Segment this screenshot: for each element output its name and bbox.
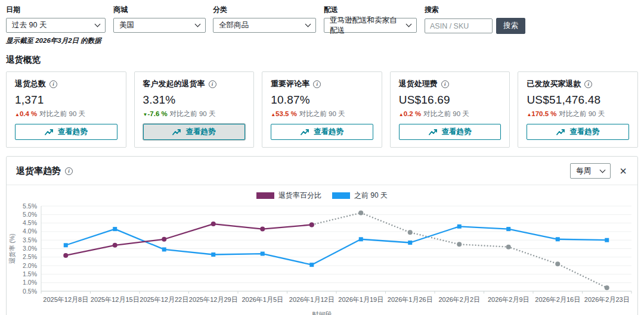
card-change: ▲0.4 % 对比之前 90 天 bbox=[15, 110, 117, 118]
svg-text:1.0%: 1.0% bbox=[23, 279, 37, 286]
svg-text:2026年2月16日: 2026年2月16日 bbox=[535, 296, 580, 303]
svg-text:0.5%: 0.5% bbox=[23, 288, 37, 295]
compare-text: 对比之前 90 天 bbox=[39, 110, 85, 118]
chevron-down-icon bbox=[305, 21, 311, 27]
return-rate-chart: 0.5%1.0%1.5%2.0%2.5%3.0%3.5%4.0%4.5%5.0%… bbox=[7, 201, 636, 307]
change-arrow-icon: ▲ bbox=[15, 112, 20, 117]
card-value: US$16.69 bbox=[399, 93, 501, 107]
trend-panel: 退货率趋势 i 每周 × 退货率百分比 之前 90 天 0 bbox=[6, 156, 638, 315]
card-change: ▲170.5 % 对比之前 90 天 bbox=[527, 110, 629, 118]
svg-text:退货率 (%): 退货率 (%) bbox=[8, 233, 16, 264]
svg-text:3.5%: 3.5% bbox=[23, 236, 37, 244]
chart-area: 0.5%1.0%1.5%2.0%2.5%3.0%3.5%4.0%4.5%5.0%… bbox=[7, 201, 637, 310]
svg-text:2.0%: 2.0% bbox=[23, 262, 37, 269]
svg-text:2025年12月15日: 2025年12月15日 bbox=[91, 296, 140, 303]
card-change: ▲0.2 % 对比之前 90 天 bbox=[399, 110, 501, 118]
category-select[interactable]: 全部商品 bbox=[213, 18, 316, 33]
marketplace-filter-label: 商城 bbox=[113, 5, 206, 15]
marketplace-select[interactable]: 美国 bbox=[113, 18, 206, 33]
card-title: 退货处理费 i bbox=[399, 79, 501, 89]
card-change: ▲53.5 % 对比之前 90 天 bbox=[271, 110, 373, 118]
view-trend-button[interactable]: 查看趋势 bbox=[143, 124, 246, 140]
view-trend-button[interactable]: 查看趋势 bbox=[399, 124, 501, 140]
interval-select[interactable]: 每周 bbox=[570, 163, 611, 179]
svg-text:3.0%: 3.0% bbox=[23, 245, 37, 252]
compare-text: 对比之前 90 天 bbox=[559, 110, 605, 118]
svg-text:2025年12月29日: 2025年12月29日 bbox=[189, 296, 238, 303]
card-title: 已发放买家退款 i bbox=[527, 79, 629, 89]
info-icon[interactable]: i bbox=[441, 80, 449, 88]
filter-group-date: 日期 过去 90 天 显示截至 2026年3月2日 的数据 bbox=[6, 5, 106, 45]
card-value: 1,371 bbox=[15, 93, 117, 107]
trend-panel-title: 退货率趋势 i bbox=[16, 166, 73, 177]
card-title: 客户发起的退货率 i bbox=[143, 79, 246, 89]
trend-line-icon bbox=[429, 129, 438, 136]
search-label: 搜索 bbox=[425, 5, 525, 15]
view-trend-button[interactable]: 查看趋势 bbox=[527, 124, 629, 140]
category-select-value: 全部商品 bbox=[219, 20, 249, 30]
filter-group-search: 搜索 搜索 bbox=[425, 5, 525, 34]
svg-text:2026年1月5日: 2026年1月5日 bbox=[242, 296, 283, 303]
card-title: 退货总数 i bbox=[15, 79, 117, 89]
svg-text:5.0%: 5.0% bbox=[23, 211, 37, 218]
returns-dashboard: 日期 过去 90 天 显示截至 2026年3月2日 的数据 商城 美国 分类 全… bbox=[0, 0, 644, 315]
svg-text:4.0%: 4.0% bbox=[23, 227, 37, 235]
info-icon[interactable]: i bbox=[584, 80, 592, 88]
view-trend-button[interactable]: 查看趋势 bbox=[15, 124, 117, 140]
info-icon[interactable]: i bbox=[65, 167, 73, 175]
card-value: 3.31% bbox=[143, 93, 246, 107]
svg-text:2.5%: 2.5% bbox=[23, 253, 37, 260]
view-trend-button[interactable]: 查看趋势 bbox=[271, 124, 373, 140]
card-value: US$51,476.48 bbox=[527, 93, 629, 107]
info-icon[interactable]: i bbox=[49, 80, 57, 88]
card-total-returns: 退货总数 i 1,371 ▲0.4 % 对比之前 90 天 查看趋势 bbox=[6, 71, 126, 148]
filter-group-marketplace: 商城 美国 bbox=[113, 5, 206, 33]
svg-text:4.5%: 4.5% bbox=[23, 219, 37, 226]
chart-legend: 退货率百分比 之前 90 天 bbox=[7, 185, 637, 201]
svg-text:2026年1月19日: 2026年1月19日 bbox=[338, 296, 383, 303]
legend-item-previous-90-days: 之前 90 天 bbox=[332, 191, 388, 201]
info-icon[interactable]: i bbox=[313, 80, 321, 88]
card-title: 重要评论率 i bbox=[271, 79, 373, 89]
trend-line-icon bbox=[556, 129, 565, 136]
filter-group-category: 分类 全部商品 bbox=[213, 5, 316, 33]
svg-text:1.5%: 1.5% bbox=[23, 270, 37, 277]
compare-text: 对比之前 90 天 bbox=[170, 110, 216, 118]
card-refunds-issued: 已发放买家退款 i US$51,476.48 ▲170.5 % 对比之前 90 … bbox=[518, 71, 638, 148]
chevron-down-icon bbox=[600, 167, 606, 173]
chevron-down-icon bbox=[406, 21, 412, 27]
date-select[interactable]: 过去 90 天 bbox=[6, 18, 106, 33]
chevron-down-icon bbox=[95, 21, 101, 27]
card-ncx-rate: 重要评论率 i 10.87% ▲53.5 % 对比之前 90 天 查看趋势 bbox=[262, 71, 382, 148]
date-filter-label: 日期 bbox=[6, 5, 106, 15]
card-return-processing-fee: 退货处理费 i US$16.69 ▲0.2 % 对比之前 90 天 查看趋势 bbox=[390, 71, 510, 148]
close-icon[interactable]: × bbox=[618, 165, 628, 177]
card-customer-return-rate: 客户发起的退货率 i 3.31% ▼-7.6 % 对比之前 90 天 查看趋势 bbox=[134, 71, 255, 148]
filter-bar: 日期 过去 90 天 显示截至 2026年3月2日 的数据 商城 美国 分类 全… bbox=[6, 5, 638, 45]
change-arrow-icon: ▲ bbox=[271, 112, 275, 117]
chevron-down-icon bbox=[195, 21, 201, 27]
date-select-value: 过去 90 天 bbox=[12, 20, 47, 30]
legend-swatch bbox=[332, 192, 350, 199]
fulfillment-filter-label: 配送 bbox=[324, 5, 417, 15]
filter-group-fulfillment: 配送 亚马逊配送和卖家自配送 bbox=[324, 5, 417, 33]
returns-overview-title: 退货概览 bbox=[6, 54, 638, 66]
change-arrow-icon: ▲ bbox=[399, 112, 404, 117]
compare-text: 对比之前 90 天 bbox=[423, 110, 469, 118]
legend-label: 之前 90 天 bbox=[354, 191, 388, 201]
card-change: ▼-7.6 % 对比之前 90 天 bbox=[143, 110, 246, 118]
interval-select-value: 每周 bbox=[576, 166, 591, 176]
search-input[interactable] bbox=[425, 18, 493, 33]
card-value: 10.87% bbox=[271, 93, 373, 107]
fulfillment-select[interactable]: 亚马逊配送和卖家自配送 bbox=[324, 18, 417, 33]
data-as-of-note: 显示截至 2026年3月2日 的数据 bbox=[6, 36, 106, 45]
svg-text:2026年1月26日: 2026年1月26日 bbox=[388, 296, 433, 303]
svg-text:2026年1月12日: 2026年1月12日 bbox=[289, 296, 335, 303]
trend-panel-header: 退货率趋势 i 每周 × bbox=[7, 157, 637, 185]
search-button[interactable]: 搜索 bbox=[496, 18, 525, 34]
category-filter-label: 分类 bbox=[213, 5, 316, 15]
svg-text:2026年2月2日: 2026年2月2日 bbox=[438, 296, 480, 303]
svg-text:2025年12月8日: 2025年12月8日 bbox=[43, 296, 88, 303]
info-icon[interactable]: i bbox=[209, 80, 216, 88]
legend-swatch bbox=[256, 192, 274, 199]
